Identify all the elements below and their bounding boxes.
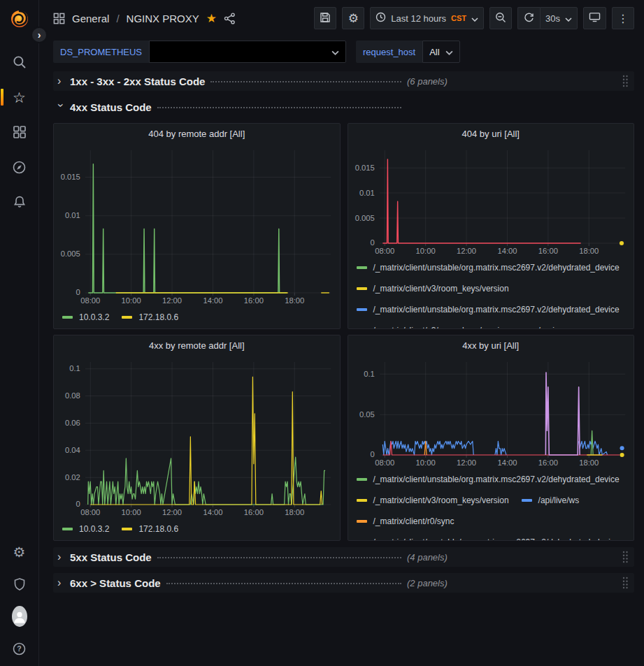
row-drag-handle[interactable] [622, 550, 629, 564]
legend-item[interactable]: /_matrix/client/unstable/org.matrix.msc2… [357, 301, 620, 318]
sidebar-item-help[interactable]: ? [12, 641, 27, 656]
legend-swatch [357, 287, 367, 290]
row-drag-handle[interactable] [622, 74, 629, 88]
sidebar-bottom-nav: ⚙ [12, 544, 27, 656]
request-host-select[interactable]: All [422, 41, 459, 63]
legend-swatch [357, 520, 367, 523]
datasource-label: DS_PROMETHEUS [53, 41, 149, 63]
datasource-select[interactable] [149, 41, 346, 63]
legend-swatch [357, 499, 367, 502]
favorite-star-icon[interactable]: ★ [206, 13, 217, 24]
row-drag-handle[interactable] [622, 576, 629, 590]
search-icon [13, 55, 27, 69]
row-title: 4xx Status Code [70, 101, 152, 113]
svg-text:10:00: 10:00 [415, 247, 435, 255]
save-dashboard-button[interactable] [314, 7, 336, 29]
legend-item[interactable]: /_matrix/client/v3/room_keys/version [357, 492, 509, 509]
main-area: General / NGINX PROXY ★ [39, 0, 644, 666]
row-5xx[interactable]: › 5xx Status Code (4 panels) [53, 547, 634, 567]
svg-text:16:00: 16:00 [244, 296, 264, 305]
svg-text:08:00: 08:00 [375, 458, 394, 467]
row-title: 1xx - 3xx - 2xx Status Code [70, 75, 205, 87]
time-series-chart[interactable]: 00.0050.010.01508:0010:0012:0014:0016:00… [54, 143, 340, 307]
legend-label: 172.18.0.6 [138, 524, 178, 534]
share-icon[interactable] [224, 13, 236, 24]
time-series-chart[interactable]: 00.020.040.060.080.108:0010:0012:0014:00… [54, 355, 340, 519]
toolbar: ⚙ Last 12 hours CST [314, 7, 634, 29]
legend-item[interactable]: /_matrix/client/unstable/org.matrix.msc2… [357, 534, 620, 540]
legend-item[interactable]: 172.18.0.6 [122, 521, 178, 537]
grafana-logo[interactable] [8, 7, 31, 31]
svg-text:16:00: 16:00 [244, 508, 264, 516]
panel-title[interactable]: 404 by remote addr [All] [54, 124, 340, 143]
legend-label: /_matrix/client/unstable/org.matrix.msc2… [373, 305, 620, 314]
legend-item[interactable]: /api/live/ws [522, 492, 580, 509]
panel-4xx-by-uri: 4xx by uri [All] 00.050.108:0010:0012:00… [348, 335, 635, 541]
svg-text:18:00: 18:00 [285, 508, 304, 516]
legend-item[interactable]: /_matrix/client/v3/room_keys/version [357, 322, 509, 328]
svg-text:14:00: 14:00 [497, 458, 517, 467]
monitor-icon [589, 12, 601, 24]
legend-label: /sw.js [538, 326, 559, 328]
grafana-app: › ☆ [0, 0, 644, 666]
svg-text:08:00: 08:00 [375, 247, 394, 255]
dashboards-grid-icon [53, 13, 65, 24]
magnifier-minus-icon [495, 12, 506, 25]
svg-text:?: ? [17, 644, 21, 653]
panel-count: (6 panels) [407, 76, 448, 87]
row-6xx[interactable]: › 6xx > Status Code (2 panels) [53, 573, 634, 593]
chart-legend: 10.0.3.2172.18.0.6 [54, 307, 340, 326]
kebab-menu-button[interactable]: ⋮ [612, 7, 634, 29]
legend-label: /_matrix/client/unstable/org.matrix.msc2… [373, 537, 620, 540]
sidebar-item-alerting[interactable] [12, 194, 27, 210]
time-series-chart[interactable]: 00.050.108:0010:0012:0014:0016:0018:00 [348, 355, 634, 469]
legend-item[interactable]: 172.18.0.6 [122, 309, 178, 326]
request-host-value: All [429, 47, 439, 57]
row-1xx-3xx-2xx[interactable]: › 1xx - 3xx - 2xx Status Code (6 panels) [53, 71, 634, 91]
svg-text:12:00: 12:00 [456, 458, 475, 467]
legend-item[interactable]: /sw.js [522, 322, 559, 328]
refresh-interval-dropdown[interactable]: 30s [540, 7, 578, 29]
sidebar-item-explore[interactable] [12, 159, 27, 175]
legend-item[interactable]: 10.0.3.2 [62, 521, 109, 537]
sidebar-expand-button[interactable]: › [31, 27, 48, 43]
user-avatar[interactable] [12, 609, 27, 624]
dashboard-settings-button[interactable]: ⚙ [342, 7, 364, 29]
sidebar-item-starred[interactable]: ☆ [12, 89, 27, 105]
svg-text:0.005: 0.005 [355, 214, 374, 222]
legend-item[interactable]: 10.0.3.2 [62, 309, 109, 326]
panel-title[interactable]: 4xx by uri [All] [348, 335, 634, 355]
sidebar-item-search[interactable] [12, 55, 27, 70]
breadcrumb-section[interactable]: General [72, 13, 109, 24]
sidebar-item-configuration[interactable]: ⚙ [12, 544, 27, 560]
panel-count: (4 panels) [407, 552, 448, 563]
panel-title[interactable]: 4xx by remote addr [All] [54, 335, 340, 355]
legend-swatch [62, 316, 73, 319]
legend-item[interactable]: /_matrix/client/v3/room_keys/version [357, 280, 509, 297]
panel-title[interactable]: 404 by uri [All] [348, 124, 634, 143]
top-navbar: General / NGINX PROXY ★ [39, 0, 644, 36]
legend-item[interactable]: /_matrix/client/unstable/org.matrix.msc2… [357, 259, 620, 276]
refresh-button[interactable] [517, 7, 540, 29]
tv-mode-button[interactable] [583, 7, 606, 29]
leader-dots [157, 557, 401, 558]
time-picker[interactable]: Last 12 hours CST [370, 7, 484, 29]
time-series-chart[interactable]: 00.0050.010.01508:0010:0012:0014:0016:00… [348, 143, 634, 257]
svg-text:12:00: 12:00 [162, 296, 182, 305]
svg-text:0.1: 0.1 [364, 370, 375, 378]
breadcrumb-dashboard-title[interactable]: NGINX PROXY [127, 13, 199, 24]
legend-label: 10.0.3.2 [79, 312, 109, 322]
legend-item[interactable]: /_matrix/client/unstable/org.matrix.msc2… [357, 471, 620, 488]
chart-legend: 10.0.3.2172.18.0.6 [54, 519, 340, 537]
zoom-out-button[interactable] [489, 7, 512, 29]
panel-grid: 404 by remote addr [All] 00.0050.010.015… [53, 123, 634, 541]
sidebar-top-nav: ☆ [12, 55, 27, 210]
legend-swatch [62, 528, 73, 530]
row-4xx[interactable]: › 4xx Status Code [53, 97, 634, 117]
panel-4xx-by-remote-addr: 4xx by remote addr [All] 00.020.040.060.… [53, 335, 341, 541]
sidebar-item-dashboards[interactable] [12, 124, 27, 140]
sidebar-item-server-admin[interactable] [12, 577, 27, 592]
svg-text:0.015: 0.015 [355, 164, 374, 172]
svg-text:16:00: 16:00 [538, 247, 557, 255]
legend-item[interactable]: /_matrix/client/r0/sync [357, 513, 455, 530]
